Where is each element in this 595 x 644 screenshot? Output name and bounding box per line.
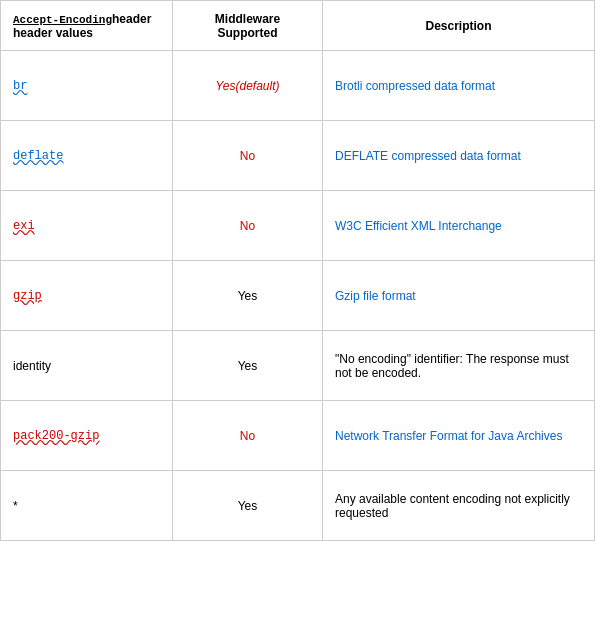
description-text: "No encoding" identifier: The response m…	[335, 352, 569, 380]
description-text: DEFLATE compressed data format	[335, 149, 521, 163]
supported-value: Yes(default)	[215, 79, 279, 93]
col1-header-values: header values	[13, 26, 93, 40]
encoding-value: deflate	[13, 149, 63, 163]
encoding-value-cell: pack200-gzip	[1, 401, 173, 471]
table-row: gzipYesGzip file format	[1, 261, 595, 331]
description-cell: W3C Efficient XML Interchange	[323, 191, 595, 261]
supported-value: No	[240, 219, 255, 233]
col3-header: Description	[323, 1, 595, 51]
encoding-value-cell: exi	[1, 191, 173, 261]
col2-header: Middleware Supported	[173, 1, 323, 51]
description-cell: Any available content encoding not expli…	[323, 471, 595, 541]
description-cell: Network Transfer Format for Java Archive…	[323, 401, 595, 471]
description-text: Any available content encoding not expli…	[335, 492, 570, 520]
description-cell: "No encoding" identifier: The response m…	[323, 331, 595, 401]
description-text: Network Transfer Format for Java Archive…	[335, 429, 562, 443]
encoding-value: pack200-gzip	[13, 429, 99, 443]
supported-value: No	[240, 149, 255, 163]
description-text: Brotli compressed data format	[335, 79, 495, 93]
description-cell: DEFLATE compressed data format	[323, 121, 595, 191]
supported-cell: No	[173, 191, 323, 261]
encoding-table: Accept-Encodingheaderheader values Middl…	[0, 0, 595, 541]
col1-header: Accept-Encodingheaderheader values	[1, 1, 173, 51]
encoding-value: br	[13, 79, 27, 93]
encoding-value-cell: br	[1, 51, 173, 121]
supported-value: No	[240, 429, 255, 443]
supported-value: Yes	[238, 359, 258, 373]
encoding-value: *	[13, 499, 18, 513]
supported-value: Yes	[238, 499, 258, 513]
table-row: exiNoW3C Efficient XML Interchange	[1, 191, 595, 261]
encoding-value: identity	[13, 359, 51, 373]
supported-cell: No	[173, 401, 323, 471]
description-cell: Gzip file format	[323, 261, 595, 331]
table-row: pack200-gzipNoNetwork Transfer Format fo…	[1, 401, 595, 471]
supported-cell: Yes	[173, 331, 323, 401]
encoding-value-cell: deflate	[1, 121, 173, 191]
table-row: brYes(default)Brotli compressed data for…	[1, 51, 595, 121]
description-cell: Brotli compressed data format	[323, 51, 595, 121]
supported-cell: Yes	[173, 471, 323, 541]
encoding-value-cell: *	[1, 471, 173, 541]
col1-header-inline: header	[112, 12, 151, 26]
encoding-value: gzip	[13, 289, 42, 303]
supported-cell: Yes(default)	[173, 51, 323, 121]
col1-header-code: Accept-Encoding	[13, 14, 112, 26]
table-header-row: Accept-Encodingheaderheader values Middl…	[1, 1, 595, 51]
supported-cell: Yes	[173, 261, 323, 331]
table-row: *YesAny available content encoding not e…	[1, 471, 595, 541]
description-text: W3C Efficient XML Interchange	[335, 219, 502, 233]
table-row: deflateNoDEFLATE compressed data format	[1, 121, 595, 191]
encoding-value-cell: identity	[1, 331, 173, 401]
description-text: Gzip file format	[335, 289, 416, 303]
encoding-value: exi	[13, 219, 35, 233]
encoding-value-cell: gzip	[1, 261, 173, 331]
supported-value: Yes	[238, 289, 258, 303]
table-row: identityYes"No encoding" identifier: The…	[1, 331, 595, 401]
supported-cell: No	[173, 121, 323, 191]
